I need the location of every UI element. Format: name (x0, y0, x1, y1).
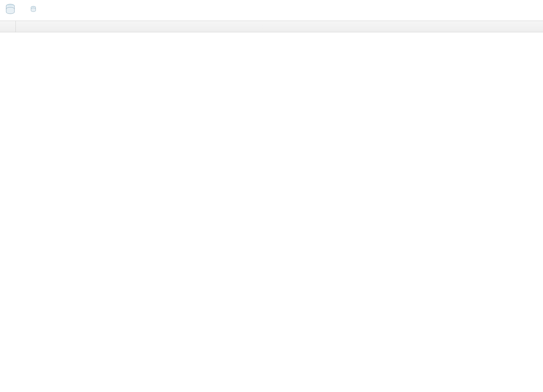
page-header (0, 0, 543, 21)
breadcrumb-current (30, 6, 39, 12)
database-icon (5, 3, 16, 14)
icon-column-header (0, 21, 16, 32)
database-icon (30, 6, 36, 12)
table-header (0, 21, 543, 32)
